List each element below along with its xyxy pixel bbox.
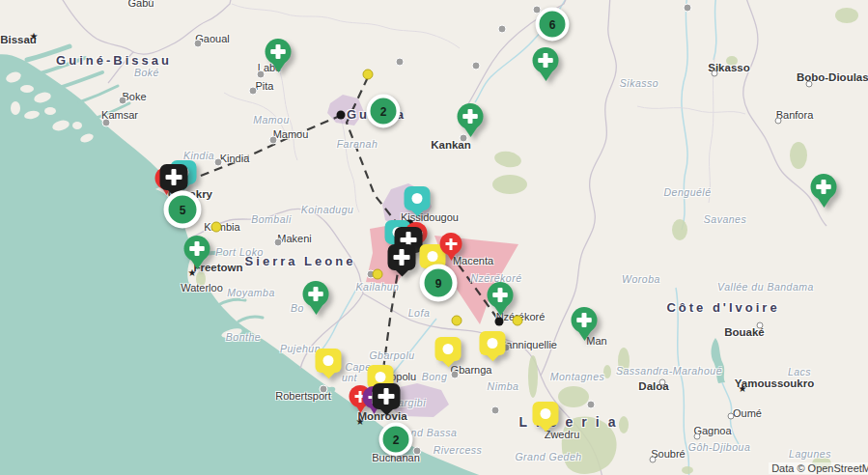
cluster-count: 6	[549, 17, 556, 31]
gray-dot	[269, 136, 278, 145]
cluster-count: 2	[393, 433, 400, 446]
black-dot[interactable]	[337, 111, 346, 120]
gray-dot	[257, 70, 266, 79]
black-square-marker[interactable]	[388, 244, 416, 280]
ring-dot	[712, 70, 718, 77]
map-attribution: Data © OpenStreetM	[769, 462, 868, 474]
city-label: Pita	[256, 80, 274, 92]
gray-dot	[102, 119, 111, 127]
cluster-marker[interactable]: 2	[367, 95, 401, 128]
gray-dot	[472, 62, 481, 70]
region-label: Woroba	[622, 273, 660, 285]
gray-dot	[491, 406, 500, 415]
region-label: Nimba	[488, 380, 519, 392]
cluster-marker[interactable]: 2	[379, 423, 413, 457]
gray-dot	[320, 385, 328, 394]
ring-dot	[728, 413, 735, 420]
yellow-dot[interactable]	[373, 269, 383, 280]
green-pin-marker[interactable]	[533, 47, 559, 84]
region-label: Bong	[422, 371, 448, 382]
green-pin-marker[interactable]	[303, 281, 329, 318]
region-label: Lacs	[788, 366, 811, 377]
teal-square-marker[interactable]	[405, 186, 431, 219]
cluster-marker[interactable]: 5	[164, 191, 202, 229]
gray-dot	[249, 87, 258, 96]
country-label: Côte d'Ivoire	[666, 300, 779, 315]
ring-dot	[806, 81, 813, 88]
region-label: Boké	[134, 67, 159, 78]
region-label: Rivercess	[434, 444, 483, 456]
region-label: Lagunes	[789, 448, 831, 460]
green-pin-marker[interactable]	[458, 103, 484, 140]
city-label: Banfora	[776, 109, 814, 121]
green-pin-marker[interactable]	[572, 307, 598, 344]
region-label: Kailahun	[356, 281, 400, 293]
region-label: Denguélé	[664, 186, 712, 198]
region-label: Grand Gedeh	[515, 451, 581, 462]
cluster-count: 2	[380, 104, 387, 118]
gray-dot	[119, 97, 127, 105]
region-label: Gbarpolu	[369, 349, 414, 361]
region-label: Faranah	[337, 138, 378, 150]
city-label: Waterloo	[181, 282, 223, 293]
gray-dot	[413, 447, 422, 456]
map-canvas[interactable]: Data © OpenStreetM Guiné-BissauGuineaSie…	[0, 0, 868, 475]
gray-dot	[194, 40, 203, 48]
region-label: Vallée du Bandama	[717, 281, 814, 293]
region-label: Sikasso	[620, 77, 658, 89]
country-label: Guiné-Bissau	[56, 53, 172, 68]
city-label: Kindia	[220, 153, 250, 164]
city-label: Gabú	[128, 0, 154, 9]
region-label: unt	[342, 372, 357, 383]
region-label: Gôh-Djiboua	[688, 441, 750, 453]
city-label: Kambia	[204, 221, 239, 233]
red-pin-marker[interactable]	[440, 233, 462, 264]
ring-dot	[650, 457, 657, 463]
city-label: Makeni	[277, 233, 311, 244]
green-pin-marker[interactable]	[488, 282, 514, 319]
green-pin-marker[interactable]	[811, 174, 837, 210]
yellow-square-marker[interactable]	[316, 349, 342, 381]
ring-dot	[659, 379, 666, 386]
gray-dot	[396, 58, 405, 67]
cluster-count: 5	[180, 203, 186, 216]
gray-dot	[274, 238, 283, 247]
region-label: Port Loko	[215, 246, 263, 258]
city-label: Soubré	[651, 448, 685, 460]
star-dot: ★	[30, 32, 39, 42]
region-label: Bombali	[251, 213, 291, 225]
yellow-square-marker[interactable]	[533, 402, 559, 434]
yellow-dot[interactable]	[363, 70, 374, 80]
gray-dot	[214, 158, 223, 167]
cluster-marker[interactable]: 9	[420, 265, 458, 302]
region-label: Sassandra-Marahoué	[616, 365, 722, 377]
city-label: Mamou	[273, 128, 309, 140]
region-label: Savanes	[704, 213, 746, 225]
region-label: Montagnes	[550, 371, 604, 382]
gray-dot	[684, 4, 692, 13]
city-label: Oumé	[733, 407, 762, 419]
yellow-dot[interactable]	[452, 316, 462, 326]
yellow-square-marker[interactable]	[480, 331, 506, 364]
gray-dot	[587, 401, 596, 409]
yellow-dot[interactable]	[513, 316, 523, 326]
region-label: Lofa	[408, 307, 430, 319]
gray-dot	[498, 25, 507, 34]
green-pin-marker[interactable]	[184, 236, 210, 272]
yellow-dot[interactable]	[211, 222, 222, 233]
region-borders	[224, 4, 745, 212]
cluster-marker[interactable]: 6	[536, 8, 570, 42]
ring-dot	[757, 322, 764, 329]
yellow-square-marker[interactable]	[435, 337, 462, 370]
cluster-count: 9	[435, 276, 442, 290]
region-label: Mamou	[253, 114, 290, 126]
ring-dot	[775, 118, 782, 125]
ring-dot	[694, 433, 701, 440]
gray-dot	[451, 371, 460, 379]
region-label: Bonthe	[226, 331, 261, 343]
region-label: Koinadugu	[301, 204, 354, 215]
black-square-marker[interactable]	[373, 383, 401, 419]
region-label: Moyamba	[227, 287, 275, 298]
star-dot: ★	[739, 384, 747, 394]
green-pin-marker[interactable]	[266, 39, 292, 75]
